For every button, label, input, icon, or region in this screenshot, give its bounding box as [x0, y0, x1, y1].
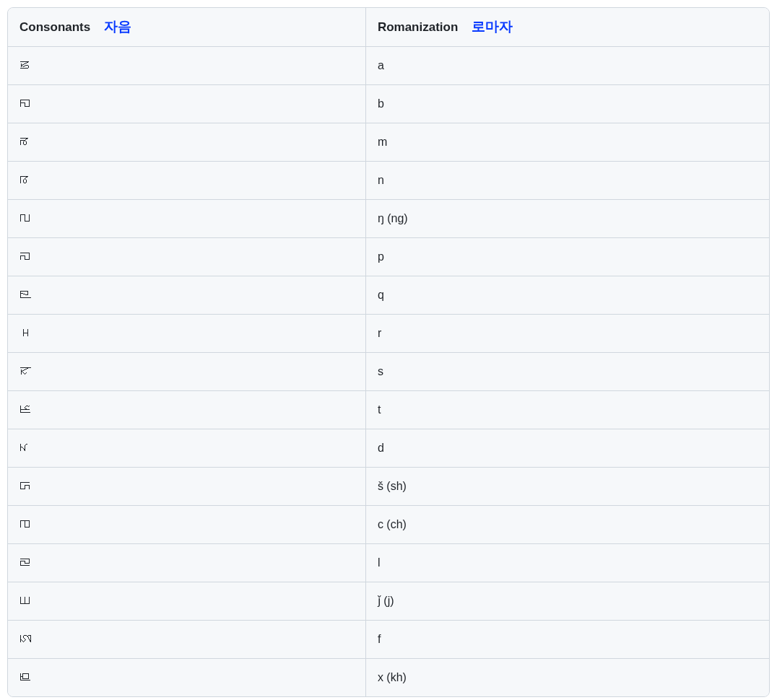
header-romanization-translation: 로마자 — [472, 19, 513, 34]
consonant-cell: ꡝ — [8, 46, 365, 84]
consonant-cell: ꡛ — [8, 352, 365, 390]
table-row: ꡚš (sh) — [8, 467, 769, 505]
table-row: ꡊd — [8, 429, 769, 467]
table-row: ꡌp — [8, 237, 769, 276]
table-row: ꡋn — [8, 161, 769, 199]
consonant-cell: ꡆ — [8, 582, 365, 620]
romanization-cell: s — [365, 352, 769, 390]
romanization-cell: q — [365, 276, 769, 314]
consonant-cell: ꡎ — [8, 84, 365, 123]
romanization-cell: ǰ (j) — [365, 582, 769, 620]
romanization-cell: t — [365, 390, 769, 429]
consonant-cell: ꡃ — [8, 199, 365, 237]
table-row: ꡃŋ (ng) — [8, 199, 769, 237]
romanization-cell: d — [365, 429, 769, 467]
romanization-cell: b — [365, 84, 769, 123]
romanization-cell: š (sh) — [365, 467, 769, 505]
table-header-row: Consonants 자음 Romanization 로마자 — [8, 8, 769, 46]
table-row: ꡢq — [8, 276, 769, 314]
consonant-cell: ꡈ — [8, 390, 365, 429]
consonant-cell: ꡋ — [8, 161, 365, 199]
romanization-cell: l — [365, 543, 769, 582]
header-consonants: Consonants 자음 — [8, 8, 365, 46]
romanization-cell: n — [365, 161, 769, 199]
consonant-cell: ꡌ — [8, 237, 365, 276]
table-row: ꡘr — [8, 314, 769, 352]
romanization-cell: m — [365, 123, 769, 161]
consonant-cell: ꡙ — [8, 543, 365, 582]
consonant-cell: ꡁ — [8, 658, 365, 696]
header-consonants-main: Consonants — [19, 20, 90, 34]
romanization-cell: r — [365, 314, 769, 352]
header-romanization-main: Romanization — [378, 20, 458, 34]
table-row: ꡤf — [8, 620, 769, 658]
romanization-cell: f — [365, 620, 769, 658]
table-row: ꡄc (ch) — [8, 505, 769, 543]
consonant-cell: ꡘ — [8, 314, 365, 352]
table-row: ꡆǰ (j) — [8, 582, 769, 620]
table-row: ꡝa — [8, 46, 769, 84]
romanization-cell: ŋ (ng) — [365, 199, 769, 237]
table-row: ꡛs — [8, 352, 769, 390]
romanization-cell: c (ch) — [365, 505, 769, 543]
table-row: ꡙl — [8, 543, 769, 582]
consonants-table-container: Consonants 자음 Romanization 로마자 ꡝaꡎbꡏmꡋnꡃ… — [7, 7, 770, 697]
table-row: ꡁx (kh) — [8, 658, 769, 696]
table-row: ꡏm — [8, 123, 769, 161]
romanization-cell: p — [365, 237, 769, 276]
consonants-table: Consonants 자음 Romanization 로마자 ꡝaꡎbꡏmꡋnꡃ… — [8, 8, 769, 696]
consonant-cell: ꡢ — [8, 276, 365, 314]
romanization-cell: a — [365, 46, 769, 84]
consonant-cell: ꡊ — [8, 429, 365, 467]
table-row: ꡎb — [8, 84, 769, 123]
consonant-cell: ꡚ — [8, 467, 365, 505]
header-romanization: Romanization 로마자 — [365, 8, 769, 46]
consonant-cell: ꡄ — [8, 505, 365, 543]
consonant-cell: ꡤ — [8, 620, 365, 658]
romanization-cell: x (kh) — [365, 658, 769, 696]
consonant-cell: ꡏ — [8, 123, 365, 161]
table-row: ꡈt — [8, 390, 769, 429]
header-consonants-translation: 자음 — [104, 19, 131, 34]
